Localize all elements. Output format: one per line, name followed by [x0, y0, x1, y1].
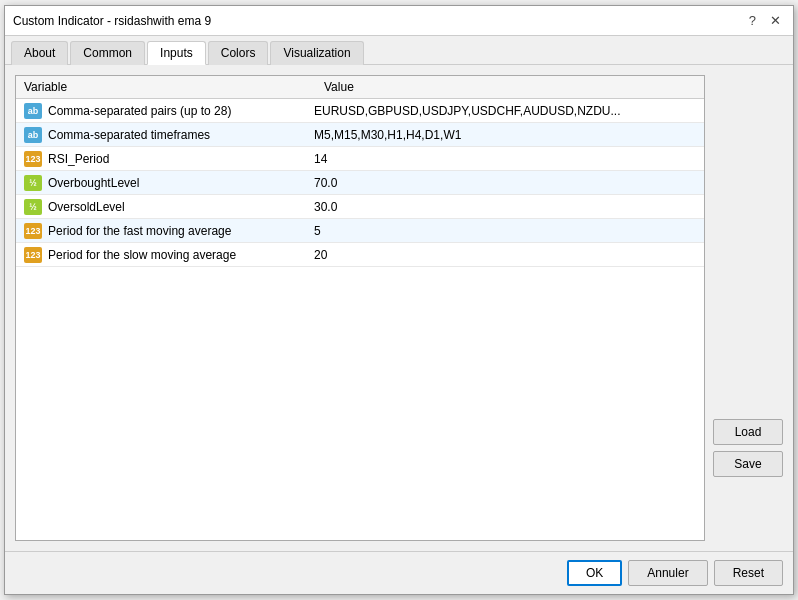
table-row[interactable]: 123 Period for the fast moving average 5 — [16, 219, 704, 243]
tab-colors[interactable]: Colors — [208, 41, 269, 65]
table-section: Variable Value ab Comma-separated pairs … — [15, 75, 705, 541]
row-value-4: 30.0 — [314, 200, 696, 214]
tabs-bar: About Common Inputs Colors Visualization — [5, 36, 793, 65]
row-variable-5: Period for the fast moving average — [48, 224, 314, 238]
help-button[interactable]: ? — [745, 14, 760, 27]
main-area: Variable Value ab Comma-separated pairs … — [15, 75, 783, 541]
cancel-button[interactable]: Annuler — [628, 560, 707, 586]
reset-button[interactable]: Reset — [714, 560, 783, 586]
row-value-1: M5,M15,M30,H1,H4,D1,W1 — [314, 128, 696, 142]
row-variable-0: Comma-separated pairs (up to 28) — [48, 104, 314, 118]
table-row[interactable]: 123 Period for the slow moving average 2… — [16, 243, 704, 267]
tab-inputs[interactable]: Inputs — [147, 41, 206, 65]
ok-button[interactable]: OK — [567, 560, 622, 586]
tab-common[interactable]: Common — [70, 41, 145, 65]
load-button[interactable]: Load — [713, 419, 783, 445]
main-window: Custom Indicator - rsidashwith ema 9 ? ✕… — [4, 5, 794, 595]
icon-ab-1: ab — [24, 127, 42, 143]
table-row[interactable]: ab Comma-separated pairs (up to 28) EURU… — [16, 99, 704, 123]
icon-frac-3: ½ — [24, 175, 42, 191]
title-buttons: ? ✕ — [745, 14, 785, 27]
header-variable: Variable — [24, 80, 324, 94]
icon-123-5: 123 — [24, 223, 42, 239]
footer: OK Annuler Reset — [5, 551, 793, 594]
icon-ab-0: ab — [24, 103, 42, 119]
row-variable-2: RSI_Period — [48, 152, 314, 166]
tab-about[interactable]: About — [11, 41, 68, 65]
close-button[interactable]: ✕ — [766, 14, 785, 27]
inputs-table: Variable Value ab Comma-separated pairs … — [15, 75, 705, 541]
table-header: Variable Value — [16, 76, 704, 99]
row-variable-3: OverboughtLevel — [48, 176, 314, 190]
content-area: Variable Value ab Comma-separated pairs … — [5, 65, 793, 551]
header-value: Value — [324, 80, 696, 94]
icon-123-6: 123 — [24, 247, 42, 263]
table-row[interactable]: ½ OversoldLevel 30.0 — [16, 195, 704, 219]
row-variable-6: Period for the slow moving average — [48, 248, 314, 262]
icon-123-2: 123 — [24, 151, 42, 167]
row-value-2: 14 — [314, 152, 696, 166]
side-panel: Load Save — [705, 75, 783, 541]
table-row[interactable]: 123 RSI_Period 14 — [16, 147, 704, 171]
icon-frac-4: ½ — [24, 199, 42, 215]
row-variable-1: Comma-separated timeframes — [48, 128, 314, 142]
row-value-3: 70.0 — [314, 176, 696, 190]
table-row[interactable]: ½ OverboughtLevel 70.0 — [16, 171, 704, 195]
row-variable-4: OversoldLevel — [48, 200, 314, 214]
row-value-0: EURUSD,GBPUSD,USDJPY,USDCHF,AUDUSD,NZDU.… — [314, 104, 696, 118]
window-title: Custom Indicator - rsidashwith ema 9 — [13, 14, 211, 28]
tab-visualization[interactable]: Visualization — [270, 41, 363, 65]
title-bar: Custom Indicator - rsidashwith ema 9 ? ✕ — [5, 6, 793, 36]
row-value-6: 20 — [314, 248, 696, 262]
table-row[interactable]: ab Comma-separated timeframes M5,M15,M30… — [16, 123, 704, 147]
save-button[interactable]: Save — [713, 451, 783, 477]
row-value-5: 5 — [314, 224, 696, 238]
